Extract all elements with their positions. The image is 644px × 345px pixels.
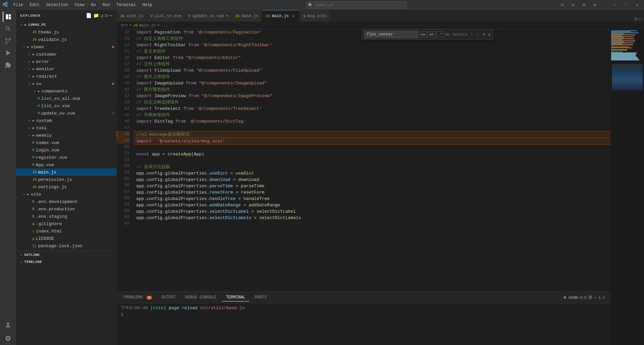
match-case-button[interactable]: Aa <box>419 31 427 38</box>
activity-source-control[interactable] <box>3 36 13 46</box>
tab-close-button[interactable]: ✕ <box>291 13 296 19</box>
more-tabs-icon[interactable]: ⋯ <box>639 16 641 22</box>
tab-update-sv-vue[interactable]: V update_sv.vue ● <box>185 10 231 22</box>
tree-item-system[interactable]: ▸ ▸ system <box>16 117 117 124</box>
menu-terminal[interactable]: Terminal <box>114 2 139 8</box>
panel-close-icon[interactable]: ✕ <box>602 295 605 300</box>
tree-item-error[interactable]: ▸ ▸ error <box>16 58 117 65</box>
tree-item-index-vue[interactable]: V index.vue <box>16 139 117 146</box>
tree-item-update-sv[interactable]: V update_sv.vue 1 <box>16 110 117 117</box>
panel-tab-ports[interactable]: PORTS <box>251 294 271 301</box>
activity-extensions[interactable] <box>3 60 13 70</box>
panel-collapse-icon[interactable]: ∧ <box>598 295 601 300</box>
activity-run[interactable] <box>3 48 13 58</box>
tree-item-env-prod[interactable]: $ .env.production <box>16 205 117 213</box>
tab-msg-scss[interactable]: S msg.scss <box>300 10 330 22</box>
maximize-button[interactable]: □ <box>622 1 630 9</box>
find-close-button[interactable]: ✕ <box>488 32 491 38</box>
tree-item-index-html[interactable]: ◇ index.html <box>16 227 117 235</box>
panel-tab-terminal[interactable]: TERMINAL <box>222 294 250 301</box>
tree-item-list-sv[interactable]: V list_sv.vue <box>16 102 117 110</box>
tree-item-views[interactable]: ▾ ▸ views <box>16 43 117 51</box>
tree-item-redirect[interactable]: ▸ ▸ redirect <box>16 73 117 80</box>
new-file-icon[interactable]: 📄 <box>86 13 92 18</box>
split-editor-icon[interactable]: ⊟ <box>634 16 637 22</box>
tab-base-js[interactable]: JS base.js <box>232 10 262 22</box>
terminal-more-icon[interactable]: ⋯ <box>594 295 597 300</box>
find-next-button[interactable]: ↓ <box>475 31 480 38</box>
tab-main-js[interactable]: JS main.js ✕ <box>262 10 300 22</box>
menu-view[interactable]: View <box>72 2 87 8</box>
tree-item-login-vue[interactable]: V login.vue <box>16 146 117 154</box>
find-input[interactable] <box>364 31 418 38</box>
timeline-section[interactable]: ▸ TIMELINE <box>16 258 117 266</box>
code-editor[interactable]: 32 33 34 35 36 37 38 39 40 41 42 43 44 4… <box>117 29 610 291</box>
tree-item-license[interactable]: ⚖ LICENSE <box>16 235 117 242</box>
tab-label: main.js <box>272 14 289 18</box>
breadcrumb-location[interactable]: ... <box>161 23 168 28</box>
breadcrumb-file[interactable]: main.js <box>139 23 156 28</box>
layout-icon-1[interactable]: ⊟ <box>558 1 566 9</box>
minimize-button[interactable]: ─ <box>611 1 620 9</box>
tree-item-components[interactable]: ▸ ▸ components <box>16 87 117 95</box>
tree-item-customer[interactable]: ▸ ▸ customer <box>16 51 117 58</box>
tree-item-settings-js[interactable]: JS settings.js <box>16 183 117 191</box>
terminal-trash-icon[interactable]: 🗑 <box>588 295 593 300</box>
activity-search[interactable] <box>3 23 13 34</box>
tree-item-register-vue[interactable]: V register.vue <box>16 154 117 161</box>
menu-file[interactable]: File <box>11 2 26 8</box>
tree-item-env-dev[interactable]: $ .env.development <box>16 198 117 205</box>
layout-icon-4[interactable]: ⊗ <box>591 1 599 9</box>
tree-item-permission-js[interactable]: JS permission.js <box>16 176 117 183</box>
code-line: // 字典标签组件 <box>136 112 610 118</box>
menu-help[interactable]: Help <box>140 2 155 8</box>
tree-item-package-lock[interactable]: {} package-lock.json <box>16 242 117 250</box>
tree-item-env-staging[interactable]: $ .env.staging <box>16 213 117 220</box>
collapse-icon[interactable]: ⊟ <box>105 13 108 18</box>
tree-item-main-js[interactable]: JS main.js <box>16 168 117 176</box>
find-prev-button[interactable]: ↑ <box>469 31 474 38</box>
terminal-layout-icon[interactable]: ⊟ <box>580 295 582 300</box>
tab-list-sv-vue[interactable]: V list_sv.vue <box>147 10 185 22</box>
tree-item-vite[interactable]: ▸ ▸ vite <box>16 191 117 198</box>
terminal-content[interactable]: 下午3:09:40 [vite] page reload src/utils/b… <box>117 303 610 345</box>
activity-settings[interactable] <box>3 333 13 344</box>
tree-item-sv[interactable]: ▾ ▸ sv <box>16 80 117 87</box>
breadcrumb-src[interactable]: src <box>121 23 128 28</box>
tree-item-tool[interactable]: ▸ ▸ tool <box>16 124 117 132</box>
more-actions-icon[interactable]: ⋯ <box>110 13 113 18</box>
tree-root[interactable]: ▾ ▸ LUMAX_PC <box>16 21 117 28</box>
refresh-icon[interactable]: ↺ <box>101 13 104 18</box>
layout-icon-3[interactable]: ⊞ <box>580 1 588 9</box>
tree-item-theme-js[interactable]: JS theme.js <box>16 28 117 36</box>
tree-item-weekly[interactable]: ▸ ▸ weekly <box>16 132 117 139</box>
menu-run[interactable]: Run <box>100 2 113 8</box>
close-button[interactable]: ✕ <box>633 1 641 9</box>
tree-item-gitignore[interactable]: ◈ .gitignore <box>16 220 117 227</box>
code-content[interactable]: import Pagination from '@/components/Pag… <box>133 29 610 291</box>
collapse-arrow-icon: ▸ <box>27 60 32 64</box>
menu-edit[interactable]: Edit <box>27 2 42 8</box>
folder-icon: ▸ <box>32 125 35 131</box>
menu-go[interactable]: Go <box>88 2 98 8</box>
outline-section[interactable]: ▸ OUTLINE <box>16 251 117 258</box>
tree-item-app-vue[interactable]: V App.vue <box>16 161 117 168</box>
tab-vite-js[interactable]: JS vite.js <box>117 10 147 22</box>
title-search-input[interactable] <box>306 1 407 9</box>
minimap-content <box>610 29 644 92</box>
panel-tab-output[interactable]: OUTPUT <box>157 294 180 301</box>
panel-tab-debug-console[interactable]: DEBUG CONSOLE <box>181 294 221 301</box>
terminal-split-icon[interactable]: ⊡ <box>584 295 586 300</box>
new-folder-icon[interactable]: 📁 <box>93 13 99 18</box>
tree-item-monitor[interactable]: ▸ ▸ monitor <box>16 65 117 73</box>
tree-item-list-sv-all[interactable]: V list_sv_all.vue <box>16 95 117 102</box>
layout-icon-2[interactable]: ⊡ <box>569 1 577 9</box>
activity-account[interactable] <box>3 320 13 330</box>
panel-tab-problems[interactable]: PROBLEMS 1 <box>119 294 156 301</box>
match-word-button[interactable]: ab <box>428 31 435 38</box>
menu-selection[interactable]: Selection <box>44 2 71 8</box>
activity-explorer[interactable] <box>3 11 13 22</box>
find-list-button[interactable]: ≡ <box>481 31 486 38</box>
tree-item-validate-js[interactable]: JS validate.js <box>16 36 117 43</box>
regex-button[interactable]: .* <box>436 31 444 38</box>
